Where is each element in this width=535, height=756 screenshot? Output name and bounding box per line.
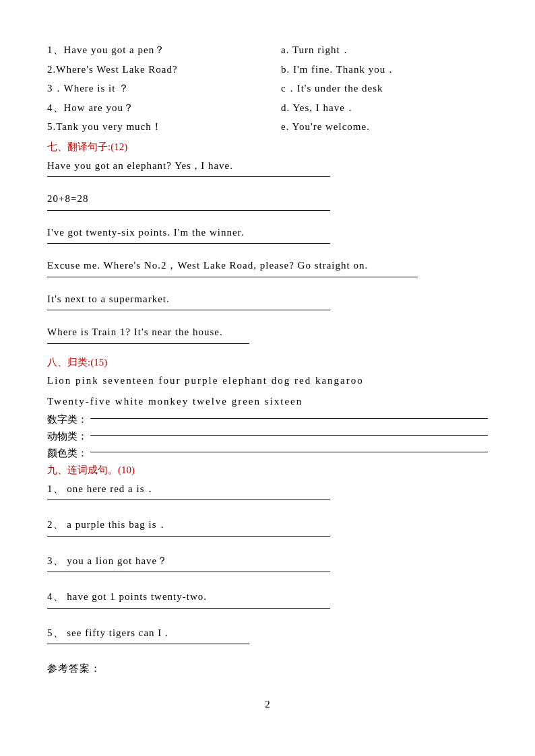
section7: 七、翻译句子:(12) Have you got an elephant? Ye… — [47, 141, 488, 344]
match-left-col: 1、Have you got a pen？ 2.Where's West Lak… — [47, 40, 268, 137]
classify-words-line1: Lion pink seventeen four purple elephant… — [47, 372, 488, 390]
translation-text-1: Have you got an elephant? Yes , I have. — [47, 156, 488, 176]
match-left-5: 5.Tank you very much！ — [47, 117, 261, 137]
sentence-underline-3 — [47, 572, 330, 572]
classify-words-line2: Twenty-five white monkey twelve green si… — [47, 392, 488, 411]
section7-header: 七、翻译句子:(12) — [47, 141, 488, 153]
match-grid: 1、Have you got a pen？ 2.Where's West Lak… — [47, 40, 488, 137]
sentence-item-4: 4、 have got 1 points twenty-two. — [47, 587, 488, 609]
section9-header: 九、连词成句。(10) — [47, 464, 488, 477]
match-left-1: 1、Have you got a pen？ — [47, 40, 261, 60]
section9: 九、连词成句。(10) 1、 one here red a is． 2、 a p… — [47, 464, 488, 645]
sentence-num-2: 2、 — [47, 519, 64, 530]
translation-item-4: Excuse me. Where's No.2，West Lake Road, … — [47, 256, 488, 277]
sentence-text-1: 1、 one here red a is． — [47, 479, 488, 499]
sentence-content-3: you a lion got have？ — [67, 555, 168, 566]
translation-item-5: It's next to a supermarket. — [47, 289, 488, 311]
classify-color-label: 颜色类： — [47, 447, 88, 460]
match-right-5: e. You're welcome. — [281, 117, 488, 137]
match-left-2: 2.Where's West Lake Road? — [47, 60, 261, 79]
classify-animal-label: 动物类： — [47, 430, 88, 443]
match-right-1: a. Turn right． — [281, 40, 488, 60]
translation-text-4: Excuse me. Where's No.2，West Lake Road, … — [47, 256, 488, 275]
sentence-num-1: 1、 — [47, 483, 64, 494]
classify-number-label: 数字类： — [47, 413, 88, 426]
classify-color-row: 颜色类： — [47, 447, 488, 460]
underline-2 — [47, 210, 330, 211]
match-right-col: a. Turn right． b. I'm fine. Thank you． c… — [268, 40, 488, 137]
sentence-text-4: 4、 have got 1 points twenty-two. — [47, 587, 488, 607]
match-right-4: d. Yes, I have． — [281, 98, 488, 118]
sentence-underline-4 — [47, 608, 330, 609]
section9-title: 九、连词成句。(10) — [47, 465, 135, 475]
underline-4 — [47, 277, 418, 277]
translation-item-6: Where is Train 1? It's near the house. — [47, 322, 488, 344]
sentence-item-2: 2、 a purple this bag is． — [47, 515, 488, 537]
sentence-text-3: 3、 you a lion got have？ — [47, 551, 488, 571]
sentence-text-5: 5、 see fifty tigers can I . — [47, 623, 488, 643]
sentence-num-4: 4、 — [47, 591, 64, 602]
page-num-text: 2 — [265, 699, 270, 710]
match-left-4: 4、How are you？ — [47, 98, 261, 118]
sentence-content-4: have got 1 points twenty-two. — [67, 591, 207, 602]
underline-6 — [47, 343, 249, 344]
match-section: 1、Have you got a pen？ 2.Where's West Lak… — [47, 40, 488, 137]
translation-text-6: Where is Train 1? It's near the house. — [47, 322, 488, 342]
classify-animal-row: 动物类： — [47, 430, 488, 443]
sentence-item-1: 1、 one here red a is． — [47, 479, 488, 501]
translation-item-3: I've got twenty-six points. I'm the winn… — [47, 223, 488, 244]
sentence-content-5: see fifty tigers can I . — [67, 627, 168, 638]
sentence-underline-2 — [47, 536, 330, 537]
sentence-content-1: one here red a is． — [67, 483, 155, 494]
page-number: 2 — [47, 699, 488, 710]
sentence-content-2: a purple this bag is． — [67, 519, 167, 530]
section8-title: 八、归类:(15) — [47, 357, 107, 368]
sentence-underline-1 — [47, 500, 330, 500]
footer-section: 参考答案： — [47, 659, 488, 679]
translation-text-2: 20+8=28 — [47, 189, 488, 209]
translation-item-2: 20+8=28 — [47, 189, 488, 211]
section8: 八、归类:(15) Lion pink seventeen four purpl… — [47, 356, 488, 460]
answer-label: 参考答案： — [47, 659, 488, 679]
sentence-item-3: 3、 you a lion got have？ — [47, 551, 488, 573]
underline-5 — [47, 310, 330, 310]
match-right-2: b. I'm fine. Thank you． — [281, 60, 488, 79]
underline-3 — [47, 243, 330, 244]
sentence-item-5: 5、 see fifty tigers can I . — [47, 623, 488, 645]
match-left-3: 3．Where is it ？ — [47, 79, 261, 98]
translation-item-1: Have you got an elephant? Yes , I have. — [47, 156, 488, 178]
underline-1 — [47, 176, 330, 177]
section8-header: 八、归类:(15) — [47, 356, 488, 369]
translation-text-3: I've got twenty-six points. I'm the winn… — [47, 223, 488, 242]
section7-title: 七、翻译句子:(12) — [47, 141, 127, 152]
match-right-3: c．It's under the desk — [281, 79, 488, 98]
translation-text-5: It's next to a supermarket. — [47, 289, 488, 309]
sentence-text-2: 2、 a purple this bag is． — [47, 515, 488, 535]
classify-number-row: 数字类： — [47, 413, 488, 426]
sentence-underline-5 — [47, 644, 249, 644]
sentence-num-5: 5、 — [47, 627, 64, 638]
sentence-num-3: 3、 — [47, 555, 64, 566]
